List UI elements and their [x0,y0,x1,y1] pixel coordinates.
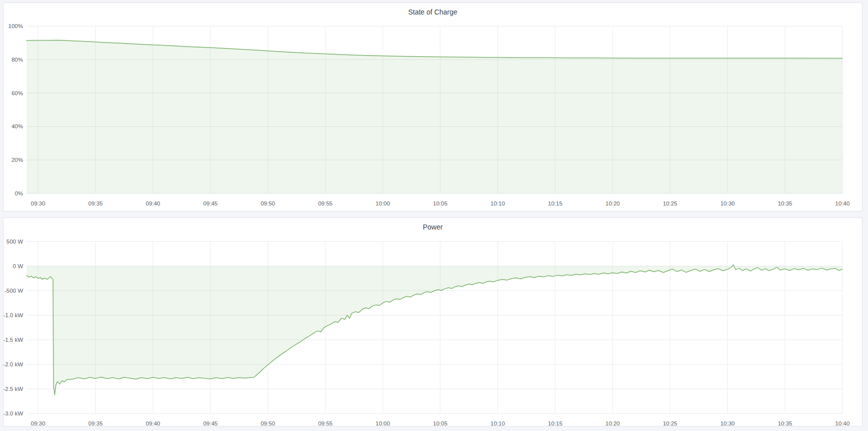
soc-chart[interactable]: 100%80%60%40%20%0%09:3009:3509:4009:4509… [4,3,862,211]
x-tick-label: 09:55 [318,420,333,426]
x-tick-label: 09:45 [203,200,218,206]
y-tick-label: 0 W [13,263,24,269]
y-tick-label: -1.0 kW [4,312,23,318]
x-tick-label: 10:20 [606,420,620,426]
x-tick-label: 10:05 [433,420,448,426]
x-tick-label: 10:25 [663,200,677,206]
x-tick-label: 10:30 [720,200,735,206]
x-tick-label: 09:35 [88,420,103,426]
x-tick-label: 09:30 [31,420,46,426]
x-tick-label: 10:00 [376,200,390,206]
y-tick-label: -500 W [5,288,23,294]
series-area [27,40,842,193]
y-tick-label: -2.0 kW [4,361,23,367]
y-tick-label: -2.5 kW [4,386,23,392]
x-tick-label: 10:10 [490,420,505,426]
power-panel: Power 500 W0 W-500 W-1.0 kW-1.5 kW-2.0 k… [3,218,862,426]
soc-panel: State of Charge 100%80%60%40%20%0%09:300… [3,3,862,211]
x-tick-label: 09:55 [318,200,333,206]
x-tick-label: 10:40 [835,420,850,426]
y-tick-label: 100% [9,23,23,29]
y-tick-label: 40% [12,123,23,129]
series-area [27,265,842,395]
x-tick-label: 09:50 [260,200,275,206]
y-tick-label: 80% [12,57,23,63]
power-chart[interactable]: 500 W0 W-500 W-1.0 kW-1.5 kW-2.0 kW-2.5 … [4,218,862,426]
x-tick-label: 10:40 [835,200,850,206]
y-tick-label: 0% [15,190,23,196]
y-tick-label: -1.5 kW [4,337,23,343]
x-tick-label: 09:45 [203,420,218,426]
x-tick-label: 09:50 [260,420,275,426]
x-tick-label: 10:15 [548,420,562,426]
x-tick-label: 10:35 [778,200,792,206]
y-tick-label: -3.0 kW [4,410,23,416]
x-tick-label: 10:25 [663,420,677,426]
x-tick-label: 09:35 [88,200,103,206]
x-tick-label: 10:00 [376,420,390,426]
y-tick-label: 60% [12,90,23,96]
y-tick-label: 500 W [7,239,23,245]
x-tick-label: 09:40 [146,420,160,426]
x-tick-label: 10:20 [606,200,620,206]
x-tick-label: 10:35 [778,420,792,426]
x-tick-label: 09:30 [31,200,46,206]
x-tick-label: 10:05 [433,200,448,206]
x-tick-label: 10:10 [490,200,505,206]
y-tick-label: 20% [12,157,23,163]
x-tick-label: 10:30 [720,420,735,426]
x-tick-label: 10:15 [548,200,562,206]
x-tick-label: 09:40 [146,200,160,206]
